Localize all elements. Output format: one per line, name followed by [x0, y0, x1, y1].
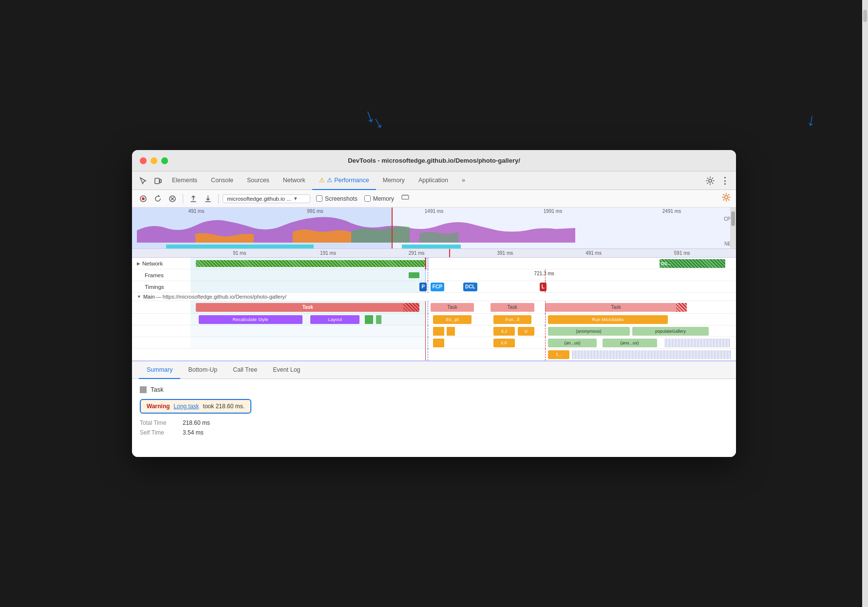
tab-elements[interactable]: Elements: [165, 171, 204, 190]
populate-gallery-bar[interactable]: populateGallery: [632, 327, 709, 336]
vi-bar[interactable]: vi: [518, 327, 534, 336]
subtask-row-4: f...: [132, 349, 736, 360]
summary-title: Task: [140, 386, 728, 393]
total-time-row: Total Time 218.60 ms: [140, 419, 728, 426]
window-title: DevTools - microsoftedge.github.io/Demos…: [348, 157, 520, 164]
timings-content: P FCP DCL L: [190, 281, 736, 293]
network-bar-1: [196, 260, 425, 267]
svg-rect-0: [155, 178, 159, 184]
more-options-icon[interactable]: ⋮: [717, 173, 732, 188]
total-time-value: 218.60 ms: [183, 419, 210, 426]
ruler-tick-1: 91 ms: [195, 250, 284, 256]
f-bar[interactable]: f...: [548, 350, 570, 359]
minimize-button[interactable]: [151, 157, 157, 164]
memory-checkbox[interactable]: [364, 195, 371, 202]
overview-area: 491 ms 991 ms 1491 ms 1991 ms 2491 ms CP…: [132, 208, 736, 249]
tif-bar[interactable]: ti.F: [493, 339, 515, 347]
recalculate-style-bar[interactable]: Recalculate Style: [199, 315, 302, 324]
upload-button[interactable]: [187, 192, 200, 205]
anous-bar[interactable]: (ano...us): [603, 339, 657, 347]
titlebar: DevTools - microsoftedge.github.io/Demos…: [132, 150, 736, 171]
subtask-row-4-content: f...: [190, 349, 736, 360]
main-url: — https://microsoftedge.github.io/Demos/…: [156, 294, 286, 300]
task-color-swatch: [140, 386, 147, 393]
timing-fcp-marker: FCP: [431, 283, 444, 291]
tab-console[interactable]: Console: [204, 171, 240, 190]
warning-icon: ⚠: [319, 176, 325, 184]
task-bar-0[interactable]: Task: [196, 303, 419, 312]
record-button[interactable]: [137, 192, 150, 205]
timings-track: Timings P FCP DCL L: [132, 281, 736, 293]
maximize-button[interactable]: [161, 157, 168, 164]
network-label: ▶ Network: [132, 261, 190, 266]
task-bar-1-label: Task: [447, 304, 457, 310]
ruler-tick-6: 591 ms: [638, 250, 726, 256]
overview-scrollbar[interactable]: [730, 208, 736, 248]
url-filter[interactable]: microsoftedge.github.io ... ▼: [223, 194, 310, 203]
overview-red-line: [392, 208, 393, 248]
tab-network[interactable]: Network: [276, 171, 312, 190]
bottom-tab-bar: Summary Bottom-Up Call Tree Event Log: [132, 361, 736, 379]
funll-bar[interactable]: Fun...ll: [493, 315, 531, 324]
frames-dashed-2: [545, 269, 546, 281]
anonymous-bar-1[interactable]: (anonymous): [548, 327, 630, 336]
tab-more[interactable]: »: [455, 171, 472, 190]
anus-bar-1[interactable]: (an...us): [548, 339, 597, 347]
download-button[interactable]: [202, 192, 214, 205]
gear-settings-icon[interactable]: [703, 173, 717, 188]
clear-button[interactable]: [166, 192, 179, 205]
warning-message: took 218.60 ms.: [203, 403, 245, 410]
memory-icon[interactable]: [401, 193, 410, 204]
network-bar-ds-label: DS...: [661, 261, 671, 266]
run-microtasks-bar[interactable]: Run Microtasks: [548, 315, 668, 324]
network-bar-ds: DS...: [660, 259, 725, 268]
screenshots-check[interactable]: Screenshots: [316, 195, 358, 202]
close-button[interactable]: [140, 157, 147, 164]
scrollbar-thumb: [731, 211, 735, 226]
divider-2: [218, 194, 219, 204]
tab-memory[interactable]: Memory: [376, 171, 412, 190]
timing-dcl-marker: DCL: [463, 283, 477, 291]
performance-settings-button[interactable]: [721, 192, 731, 205]
long-task-link[interactable]: Long task: [174, 403, 199, 410]
main-label: Main: [143, 294, 155, 300]
reload-button[interactable]: [151, 192, 164, 205]
tab-application[interactable]: Application: [412, 171, 455, 190]
tab-summary[interactable]: Summary: [139, 361, 180, 379]
network-track: ▶ Network DS...: [132, 258, 736, 269]
toolbar-checks: Screenshots Memory: [316, 193, 410, 204]
svg-point-4: [142, 197, 145, 200]
inspect-icon[interactable]: [136, 173, 151, 188]
network-chevron-icon[interactable]: ▶: [137, 261, 140, 266]
layout-bar[interactable]: Layout: [310, 315, 359, 324]
tij-bar[interactable]: ti.J: [493, 327, 515, 336]
tracks: ▶ Network DS...: [132, 258, 736, 360]
devtools-tab-bar: Elements Console Sources Network ⚠ ⚠ Per…: [132, 171, 736, 190]
cpu-chart: [137, 213, 575, 243]
subtask-row-1-content: Recalculate Style Layout Ev...pt Fun...l…: [190, 314, 736, 325]
task-bar-0-label: Task: [302, 304, 313, 310]
performance-toolbar: microsoftedge.github.io ... ▼ Screenshot…: [132, 190, 736, 208]
tab-sources[interactable]: Sources: [240, 171, 276, 190]
task-row-0-content: Task Task Task Task: [190, 301, 736, 314]
svg-rect-8: [402, 195, 409, 199]
timing-p-marker: P: [419, 283, 427, 291]
total-time-label: Total Time: [140, 419, 179, 426]
subtask-row-1: Recalculate Style Layout Ev...pt Fun...l…: [132, 314, 736, 325]
evpt-bar[interactable]: Ev...pt: [433, 315, 471, 324]
self-time-value: 3.54 ms: [183, 429, 204, 436]
device-icon[interactable]: [151, 173, 165, 188]
tab-performance[interactable]: ⚠ ⚠ Performance: [312, 171, 376, 190]
task-bar-3[interactable]: Task: [545, 303, 687, 312]
summary-panel: Task Warning Long task took 218.60 ms. T…: [132, 379, 736, 457]
task-bar-2[interactable]: Task: [491, 303, 534, 312]
tab-bottom-up[interactable]: Bottom-Up: [180, 361, 225, 379]
memory-check[interactable]: Memory: [364, 195, 394, 202]
tab-event-log[interactable]: Event Log: [265, 361, 308, 379]
flame-chart-section: 91 ms 191 ms 291 ms 391 ms 491 ms 591 ms…: [132, 249, 736, 361]
ruler-tick-5: 491 ms: [549, 250, 638, 256]
tab-call-tree[interactable]: Call Tree: [225, 361, 265, 379]
screenshots-checkbox[interactable]: [316, 195, 322, 202]
task-bar-1[interactable]: Task: [431, 303, 474, 312]
main-chevron-icon[interactable]: ▼: [137, 294, 141, 299]
